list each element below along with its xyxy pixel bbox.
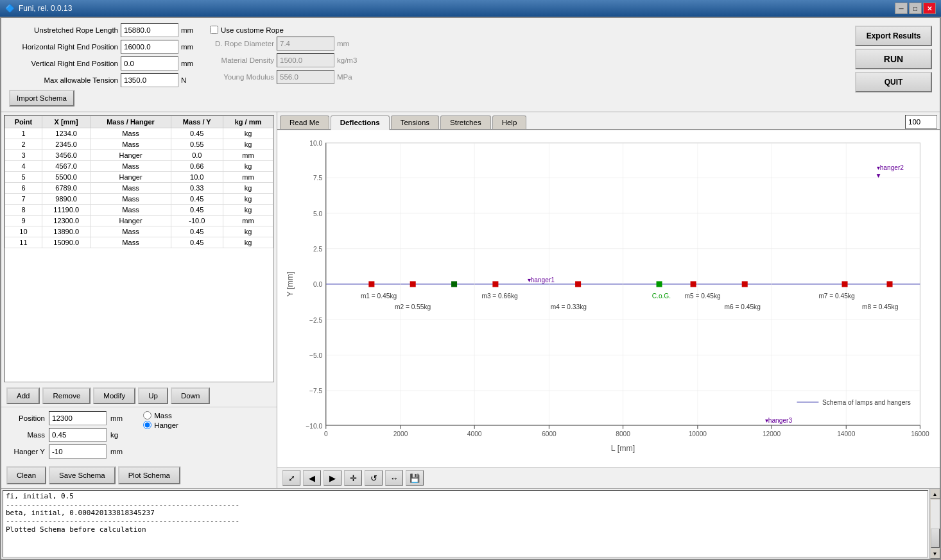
tab-readme[interactable]: Read Me	[280, 115, 329, 129]
svg-text:14000: 14000	[837, 430, 856, 437]
bottom-buttons: Clean Save Schema Plot Schema	[1, 462, 277, 488]
table-row[interactable]: 11 15090.0 Mass 0.45 kg	[5, 237, 273, 248]
run-button[interactable]: RUN	[855, 49, 932, 69]
table-row[interactable]: 2 2345.0 Mass 0.55 kg	[5, 139, 273, 150]
m8-label: m8 = 0.45kg	[862, 303, 898, 310]
m5-label: m5 = 0.45kg	[685, 293, 721, 300]
radio-hanger[interactable]	[143, 421, 151, 429]
table-row[interactable]: 4 4567.0 Mass 0.66 kg	[5, 161, 273, 172]
table-row[interactable]: 10 13890.0 Mass 0.45 kg	[5, 226, 273, 237]
table-row[interactable]: 6 6789.0 Mass 0.33 kg	[5, 183, 273, 194]
add-button[interactable]: Add	[6, 387, 40, 404]
save-chart-button[interactable]: 💾	[406, 470, 424, 486]
h-right-end-input[interactable]	[121, 40, 178, 54]
pan-left-button[interactable]: ◀	[303, 470, 321, 486]
scroll-down-button[interactable]: ▼	[930, 548, 940, 559]
m7-label: m7 = 0.45kg	[818, 293, 854, 300]
table-row[interactable]: 9 12300.0 Hanger -10.0 mm	[5, 216, 273, 226]
import-schema-button[interactable]: Import Schema	[9, 90, 74, 106]
app-icon: 🔷	[5, 4, 15, 13]
save-schema-button[interactable]: Save Schema	[49, 466, 116, 484]
log-line: fi, initial, 0.5	[6, 492, 925, 500]
hanger-y-unit: mm	[110, 448, 123, 455]
mass-input[interactable]	[49, 428, 107, 442]
scroll-thumb[interactable]	[931, 529, 940, 548]
v-right-end-input[interactable]	[121, 56, 178, 71]
minimize-button[interactable]: ─	[895, 3, 908, 14]
left-panel: Point X [mm] Mass / Hanger Mass / Y kg /…	[1, 112, 277, 488]
zoom-in-button[interactable]: ⤢	[282, 470, 300, 486]
radio-mass[interactable]	[143, 411, 151, 420]
max-tension-label: Max allowable Tension	[9, 76, 118, 84]
cell-type: Hanger	[91, 150, 171, 161]
svg-text:10000: 10000	[689, 430, 707, 437]
tab-stretches[interactable]: Stretches	[440, 115, 491, 129]
chart-toolbar: ⤢ ◀ ▶ ✛ ↺ ↔ 💾	[277, 467, 940, 488]
export-results-button[interactable]: Export Results	[855, 26, 932, 46]
cell-type: Mass	[91, 226, 171, 237]
rope-length-label: Unstretched Rope Length	[9, 26, 118, 34]
close-button[interactable]: ✕	[923, 3, 936, 14]
custom-rope-checkbox[interactable]	[210, 26, 218, 34]
remove-button[interactable]: Remove	[42, 387, 91, 404]
tab-tensions[interactable]: Tensions	[391, 115, 439, 129]
cell-type: Mass	[91, 237, 171, 248]
col-header-unit: kg / mm	[223, 116, 273, 128]
cell-value: 0.55	[171, 139, 223, 150]
position-input[interactable]	[49, 411, 107, 425]
young-modulus-input	[277, 70, 334, 84]
table-row[interactable]: 7 9890.0 Mass 0.45 kg	[5, 194, 273, 205]
table-row[interactable]: 8 11190.0 Mass 0.45 kg	[5, 205, 273, 216]
tab-zoom	[905, 115, 937, 129]
cog-point	[657, 281, 662, 287]
cell-type: Mass	[91, 183, 171, 194]
cell-unit: mm	[223, 150, 273, 161]
down-button[interactable]: Down	[171, 387, 210, 404]
rope-length-input[interactable]	[121, 23, 178, 37]
cell-unit: kg	[223, 205, 273, 216]
material-density-row: Material Density kg/m3	[210, 53, 357, 67]
max-tension-input[interactable]	[121, 73, 178, 87]
young-modulus-unit: MPa	[337, 73, 353, 81]
mass-point-11	[886, 281, 892, 287]
position-unit: mm	[110, 414, 123, 422]
svg-text:0: 0	[324, 430, 328, 437]
cell-point: 7	[5, 194, 42, 205]
clean-button[interactable]: Clean	[6, 466, 46, 484]
up-button[interactable]: Up	[138, 387, 168, 404]
plot-schema-button[interactable]: Plot Schema	[118, 466, 180, 484]
cell-unit: mm	[223, 172, 273, 183]
scroll-up-button[interactable]: ▲	[930, 489, 940, 499]
svg-text:16000: 16000	[911, 430, 929, 437]
pan-right-button[interactable]: ▶	[324, 470, 341, 486]
svg-text:−10.0: −10.0	[306, 423, 322, 430]
position-label: Position	[6, 414, 45, 422]
chart-svg: Y [mm] L [mm] 10.0 7.5 5.0	[282, 135, 935, 462]
tab-deflections[interactable]: Deflections	[331, 115, 390, 130]
edit-area: Position mm Mass kg Hanger Y mm	[1, 407, 277, 462]
cell-x: 11190.0	[42, 205, 90, 216]
tab-help[interactable]: Help	[492, 115, 527, 129]
fit-button[interactable]: ↔	[385, 470, 403, 486]
scroll-track[interactable]	[931, 500, 940, 548]
cell-unit: kg	[223, 183, 273, 194]
cell-x: 6789.0	[42, 183, 90, 194]
radio-mass-label: Mass	[154, 412, 171, 420]
quit-button[interactable]: QUIT	[855, 72, 932, 92]
cell-x: 13890.0	[42, 226, 90, 237]
x-axis-label: L [mm]	[611, 444, 635, 453]
reset-button[interactable]: ↺	[365, 470, 383, 486]
table-row[interactable]: 3 3456.0 Hanger 0.0 mm	[5, 150, 273, 161]
table-row[interactable]: 5 5500.0 Hanger 10.0 mm	[5, 172, 273, 183]
svg-text:−7.5: −7.5	[309, 387, 322, 395]
zoom-input[interactable]	[905, 115, 937, 129]
svg-text:0.0: 0.0	[313, 281, 322, 288]
maximize-button[interactable]: □	[909, 3, 922, 14]
cell-unit: kg	[223, 194, 273, 205]
hanger-y-input[interactable]	[49, 445, 107, 459]
pan-button[interactable]: ✛	[344, 470, 362, 486]
table-row[interactable]: 1 1234.0 Mass 0.45 kg	[5, 128, 273, 139]
m6-label: m6 = 0.45kg	[725, 303, 761, 310]
modify-button[interactable]: Modify	[93, 387, 135, 404]
mass-point-10	[842, 281, 848, 287]
